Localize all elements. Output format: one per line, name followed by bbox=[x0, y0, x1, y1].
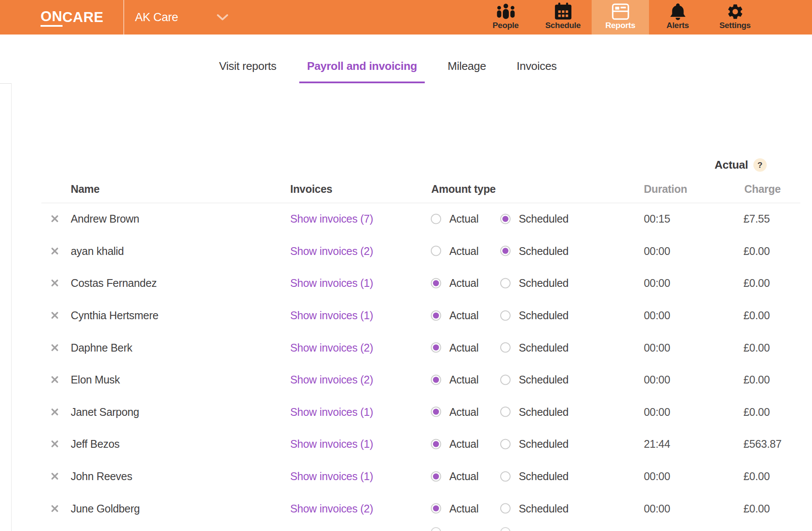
person-name: June Goldberg bbox=[71, 502, 140, 515]
radio-label: Scheduled bbox=[519, 341, 568, 354]
radio-label: Actual bbox=[449, 405, 479, 418]
duration-value: 00:15 bbox=[644, 213, 670, 225]
show-invoices-link[interactable]: Show invoices (1) bbox=[290, 438, 373, 450]
amount-type-actual-radio[interactable]: Actual bbox=[431, 438, 479, 450]
calendar-icon bbox=[554, 3, 572, 20]
person-name: Daphne Berk bbox=[71, 341, 132, 354]
show-invoices-link[interactable]: Show invoices (1) bbox=[290, 405, 373, 418]
person-name: Jeff Bezos bbox=[71, 438, 119, 450]
amount-type-actual-radio[interactable]: Actual bbox=[431, 405, 479, 418]
show-invoices-link[interactable]: Show invoices (1) bbox=[290, 470, 373, 483]
remove-row-icon[interactable] bbox=[51, 311, 59, 319]
chevron-down-icon[interactable] bbox=[216, 14, 229, 22]
remove-row-icon[interactable] bbox=[51, 247, 59, 255]
show-invoices-link[interactable]: Show invoices (1) bbox=[290, 309, 373, 322]
amount-type-actual-radio[interactable]: Actual bbox=[431, 309, 479, 322]
tab-visit-reports[interactable]: Visit reports bbox=[211, 50, 284, 83]
person-name: John Reeves bbox=[71, 470, 132, 483]
table-row: Jeff Bezos Show invoices (1) Actual Sche… bbox=[0, 428, 812, 460]
help-icon[interactable]: ? bbox=[753, 158, 767, 172]
partial-next-row-radio bbox=[500, 527, 511, 531]
amount-type-scheduled-radio[interactable]: Scheduled bbox=[500, 213, 568, 225]
radio-icon bbox=[431, 503, 441, 514]
tab-payroll-and-invoicing[interactable]: Payroll and invoicing bbox=[299, 50, 425, 83]
nav-tab-alerts[interactable]: Alerts bbox=[649, 0, 706, 35]
radio-label: Scheduled bbox=[519, 309, 568, 322]
radio-label: Scheduled bbox=[519, 245, 568, 257]
radio-icon bbox=[500, 471, 511, 481]
amount-type-scheduled-radio[interactable]: Scheduled bbox=[500, 405, 568, 418]
radio-label: Actual bbox=[449, 245, 479, 257]
charge-value: £563.87 bbox=[743, 438, 781, 450]
table-row: Daphne Berk Show invoices (2) Actual Sch… bbox=[0, 331, 812, 364]
amount-type-scheduled-radio[interactable]: Scheduled bbox=[500, 470, 568, 483]
duration-value: 00:00 bbox=[644, 470, 670, 483]
remove-row-icon[interactable] bbox=[51, 344, 59, 352]
radio-label: Scheduled bbox=[519, 405, 568, 418]
amount-type-actual-radio[interactable]: Actual bbox=[431, 213, 479, 225]
show-invoices-link[interactable]: Show invoices (2) bbox=[290, 374, 373, 386]
show-invoices-link[interactable]: Show invoices (7) bbox=[290, 213, 373, 225]
nav-tab-people[interactable]: People bbox=[477, 0, 534, 35]
radio-icon bbox=[431, 214, 441, 224]
radio-icon bbox=[431, 310, 441, 320]
amount-type-scheduled-radio[interactable]: Scheduled bbox=[500, 309, 568, 322]
remove-row-icon[interactable] bbox=[51, 408, 59, 416]
show-invoices-link[interactable]: Show invoices (1) bbox=[290, 277, 373, 289]
main-nav: People Schedule bbox=[477, 0, 764, 35]
tab-mileage[interactable]: Mileage bbox=[440, 50, 494, 83]
charge-value: £0.00 bbox=[743, 405, 770, 418]
show-invoices-link[interactable]: Show invoices (2) bbox=[290, 245, 373, 257]
column-header-duration: Duration bbox=[644, 182, 687, 195]
show-invoices-link[interactable]: Show invoices (2) bbox=[290, 341, 373, 354]
remove-row-icon[interactable] bbox=[51, 376, 59, 383]
partial-next-row-radio bbox=[431, 527, 441, 531]
remove-row-icon[interactable] bbox=[51, 472, 59, 480]
radio-icon bbox=[431, 278, 441, 288]
amount-type-actual-radio[interactable]: Actual bbox=[431, 277, 479, 289]
radio-label: Actual bbox=[449, 309, 479, 322]
table-row: John Reeves Show invoices (1) Actual Sch… bbox=[0, 460, 812, 493]
remove-row-icon[interactable] bbox=[51, 440, 59, 448]
nav-tab-schedule[interactable]: Schedule bbox=[534, 0, 592, 35]
tab-invoices[interactable]: Invoices bbox=[509, 50, 564, 83]
amount-type-scheduled-radio[interactable]: Scheduled bbox=[500, 341, 568, 354]
org-selector[interactable]: AK Care bbox=[135, 0, 178, 35]
charge-value: £0.00 bbox=[743, 470, 770, 483]
duration-value: 00:00 bbox=[644, 309, 670, 322]
radio-icon bbox=[500, 439, 511, 449]
amount-type-scheduled-radio[interactable]: Scheduled bbox=[500, 438, 568, 450]
amount-type-actual-radio[interactable]: Actual bbox=[431, 341, 479, 354]
nav-tab-reports[interactable]: Reports bbox=[592, 0, 649, 35]
duration-value: 00:00 bbox=[644, 405, 670, 418]
remove-row-icon[interactable] bbox=[51, 279, 59, 287]
oncare-logo: ONCARE bbox=[41, 0, 103, 35]
radio-icon bbox=[500, 278, 511, 288]
amount-type-scheduled-radio[interactable]: Scheduled bbox=[500, 245, 568, 257]
amount-type-scheduled-radio[interactable]: Scheduled bbox=[500, 502, 568, 515]
charge-value: £7.55 bbox=[743, 213, 770, 225]
column-header-invoices: Invoices bbox=[290, 182, 332, 195]
remove-row-icon[interactable] bbox=[51, 505, 59, 512]
show-invoices-link[interactable]: Show invoices (2) bbox=[290, 502, 373, 515]
radio-icon bbox=[500, 214, 511, 224]
remove-row-icon[interactable] bbox=[51, 215, 59, 223]
duration-value: 00:00 bbox=[644, 341, 670, 354]
radio-label: Scheduled bbox=[519, 502, 568, 515]
radio-icon bbox=[431, 342, 441, 353]
amount-type-actual-radio[interactable]: Actual bbox=[431, 470, 479, 483]
duration-value: 00:00 bbox=[644, 502, 670, 515]
person-name: Andrew Brown bbox=[71, 213, 139, 225]
nav-label: Reports bbox=[605, 21, 636, 30]
amount-type-actual-radio[interactable]: Actual bbox=[431, 374, 479, 386]
amount-type-actual-radio[interactable]: Actual bbox=[431, 502, 479, 515]
amount-type-scheduled-radio[interactable]: Scheduled bbox=[500, 374, 568, 386]
radio-label: Scheduled bbox=[519, 438, 568, 450]
radio-label: Actual bbox=[449, 502, 479, 515]
amount-type-actual-radio[interactable]: Actual bbox=[431, 245, 479, 257]
column-header-charge: Charge bbox=[744, 182, 781, 195]
amount-type-scheduled-radio[interactable]: Scheduled bbox=[500, 277, 568, 289]
radio-icon bbox=[500, 246, 511, 256]
org-name-label: AK Care bbox=[135, 11, 178, 24]
nav-tab-settings[interactable]: Settings bbox=[706, 0, 764, 35]
